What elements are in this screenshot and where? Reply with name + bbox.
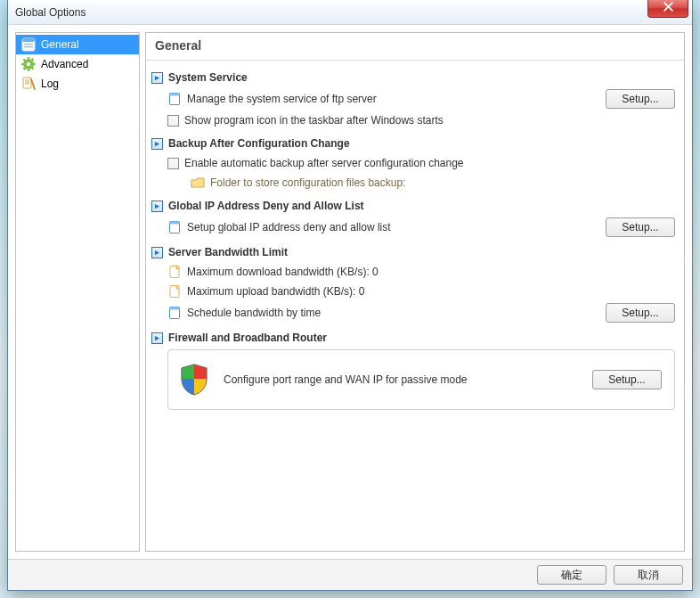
section-title: System Service [168,71,248,84]
sidebar-item-general[interactable]: General [16,35,139,54]
checkbox[interactable] [167,158,179,169]
setup-button-router[interactable]: Setup... [592,370,662,389]
section-header-system-service[interactable]: System Service [151,71,679,84]
panel-body: System Service Manage the system service… [146,61,684,415]
window-title: Global Options [15,6,85,19]
svg-rect-9 [33,63,36,65]
section-header-backup[interactable]: Backup After Configuration Change [151,137,679,150]
svg-rect-1 [22,38,35,42]
svg-rect-14 [23,78,31,88]
router-label: Configure port range and WAN IP for pass… [224,373,578,386]
svg-rect-7 [28,69,29,71]
section-title: Firewall and Broadband Router [168,332,327,344]
sidebar-item-label: Log [41,78,59,90]
svg-point-5 [27,62,30,66]
row-label: Manage the system service of ftp server [187,93,600,105]
row-backup-folder[interactable]: Folder to store configuration files back… [151,173,679,193]
section-header-router[interactable]: Firewall and Broadband Router [151,332,679,344]
sidebar-item-label: General [41,38,79,51]
sheet-icon [167,284,182,299]
page-icon [167,306,182,320]
page-icon [167,92,182,106]
general-icon [21,37,36,52]
row-label: Schedule bandwidth by time [187,307,600,319]
log-icon [21,77,36,91]
row-ip-list[interactable]: Setup global IP address deny and allow l… [151,216,679,239]
sidebar-item-log[interactable]: Log [16,74,139,94]
main-panel: General System Service Manage the system… [145,32,685,552]
page-icon [167,220,182,234]
shield-icon [179,363,209,397]
row-tray-icon[interactable]: Show program icon in the taskbar after W… [151,111,679,130]
row-max-download[interactable]: Maximum download bandwidth (KB/s): 0 [151,262,679,282]
svg-rect-16 [170,94,180,96]
sidebar-item-label: Advanced [41,58,88,70]
section-title: Backup After Configuration Change [168,137,350,150]
row-label: Maximum upload bandwidth (KB/s): 0 [187,285,679,298]
section-header-ip-list[interactable]: Global IP Address Deny and Allow List [151,200,679,212]
sidebar-item-advanced[interactable]: Advanced [16,54,139,74]
cancel-button[interactable]: 取消 [614,565,683,585]
row-label: Folder to store configuration files back… [210,176,679,189]
gear-icon [21,57,36,71]
section-title: Server Bandwidth Limit [168,246,288,258]
collapse-arrow-icon [151,247,163,258]
svg-rect-6 [28,57,29,60]
setup-button-system-service[interactable]: Setup... [606,89,675,109]
row-enable-backup[interactable]: Enable automatic backup after server con… [151,153,679,173]
section-header-bandwidth[interactable]: Server Bandwidth Limit [151,246,679,258]
router-box: Configure port range and WAN IP for pass… [167,349,675,410]
svg-rect-2 [24,44,33,45]
setup-button-ip-list[interactable]: Setup... [606,217,675,237]
section-title: Global IP Address Deny and Allow List [168,200,364,212]
sidebar: General Advanced Log [15,32,140,552]
collapse-arrow-icon [151,201,163,212]
sheet-icon [167,265,182,279]
row-label: Show program icon in the taskbar after W… [184,114,679,127]
collapse-arrow-icon [151,138,163,150]
ok-button[interactable]: 确定 [537,565,606,585]
svg-rect-3 [24,46,33,47]
collapse-arrow-icon [151,332,163,344]
row-max-upload[interactable]: Maximum upload bandwidth (KB/s): 0 [151,282,679,301]
svg-rect-8 [21,63,24,65]
row-schedule-bandwidth[interactable]: Schedule bandwidth by time Setup... [151,301,679,324]
folder-icon [191,176,205,190]
collapse-arrow-icon [151,72,163,84]
close-icon [663,2,673,14]
row-label: Setup global IP address deny and allow l… [187,221,600,233]
dialog-footer: 确定 取消 [8,559,692,590]
row-label: Maximum download bandwidth (KB/s): 0 [187,266,679,278]
titlebar: Global Options [8,0,692,25]
row-manage-service[interactable]: Manage the system service of ftp server … [151,87,679,111]
panel-heading: General [146,33,684,61]
setup-button-bandwidth[interactable]: Setup... [606,303,675,323]
svg-rect-18 [170,222,180,225]
row-label: Enable automatic backup after server con… [184,157,679,169]
checkbox[interactable] [167,115,179,127]
svg-rect-22 [170,307,180,310]
close-button[interactable] [647,0,688,18]
options-window: Global Options General Advanced [7,0,693,591]
